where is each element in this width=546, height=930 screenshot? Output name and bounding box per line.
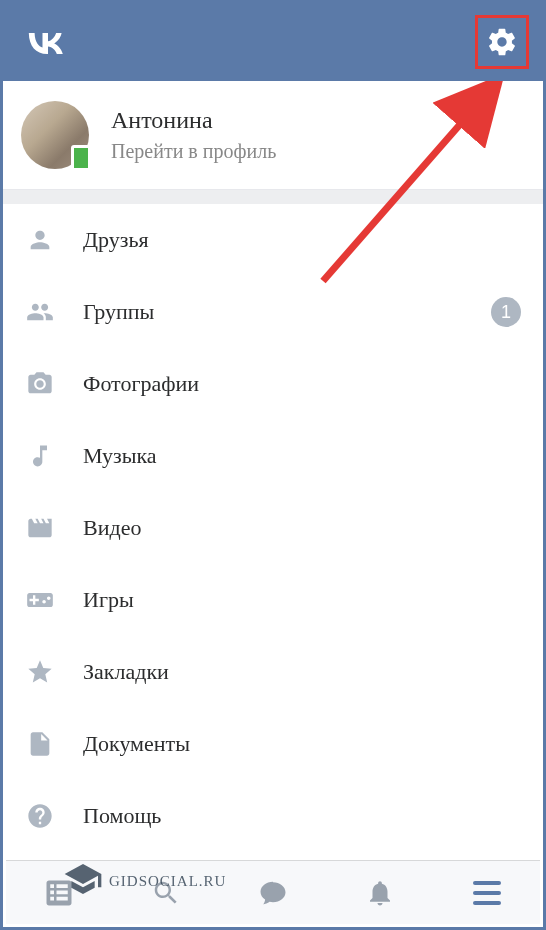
nav-messages[interactable]	[220, 861, 327, 924]
section-spacer	[3, 190, 543, 204]
graduation-cap-icon	[63, 859, 103, 903]
menu-item-help[interactable]: Помощь	[3, 780, 543, 852]
groups-icon	[25, 297, 55, 327]
menu-label: Закладки	[83, 659, 521, 685]
profile-subtitle: Перейти в профиль	[111, 140, 276, 163]
help-icon	[25, 801, 55, 831]
menu-label: Игры	[83, 587, 521, 613]
menu-label: Группы	[83, 299, 463, 325]
gear-icon	[486, 26, 518, 58]
profile-name: Антонина	[111, 107, 276, 134]
bell-icon	[365, 878, 395, 908]
menu-label: Друзья	[83, 227, 521, 253]
groups-badge: 1	[491, 297, 521, 327]
online-mobile-badge	[71, 145, 91, 171]
hamburger-icon	[473, 881, 501, 905]
menu-label: Помощь	[83, 803, 521, 829]
menu-label: Документы	[83, 731, 521, 757]
avatar-wrap	[21, 101, 89, 169]
app-header	[3, 3, 543, 81]
nav-notifications[interactable]	[326, 861, 433, 924]
menu-list: Друзья Группы 1 Фотографии Музыка Видео …	[3, 204, 543, 852]
photos-icon	[25, 369, 55, 399]
games-icon	[25, 585, 55, 615]
settings-button[interactable]	[475, 15, 529, 69]
friends-icon	[25, 225, 55, 255]
video-icon	[25, 513, 55, 543]
bookmarks-icon	[25, 657, 55, 687]
nav-menu[interactable]	[433, 861, 540, 924]
menu-label: Музыка	[83, 443, 521, 469]
documents-icon	[25, 729, 55, 759]
menu-item-groups[interactable]: Группы 1	[3, 276, 543, 348]
menu-item-documents[interactable]: Документы	[3, 708, 543, 780]
watermark: GIDSOCIAL.RU	[63, 859, 226, 903]
profile-section[interactable]: Антонина Перейти в профиль	[3, 81, 543, 190]
music-icon	[25, 441, 55, 471]
menu-item-friends[interactable]: Друзья	[3, 204, 543, 276]
messages-icon	[258, 878, 288, 908]
menu-label: Видео	[83, 515, 521, 541]
menu-item-games[interactable]: Игры	[3, 564, 543, 636]
vk-logo	[21, 21, 69, 63]
menu-item-photos[interactable]: Фотографии	[3, 348, 543, 420]
menu-item-bookmarks[interactable]: Закладки	[3, 636, 543, 708]
profile-text: Антонина Перейти в профиль	[111, 107, 276, 163]
menu-label: Фотографии	[83, 371, 521, 397]
watermark-text: GIDSOCIAL.RU	[109, 873, 226, 890]
menu-item-music[interactable]: Музыка	[3, 420, 543, 492]
menu-item-video[interactable]: Видео	[3, 492, 543, 564]
